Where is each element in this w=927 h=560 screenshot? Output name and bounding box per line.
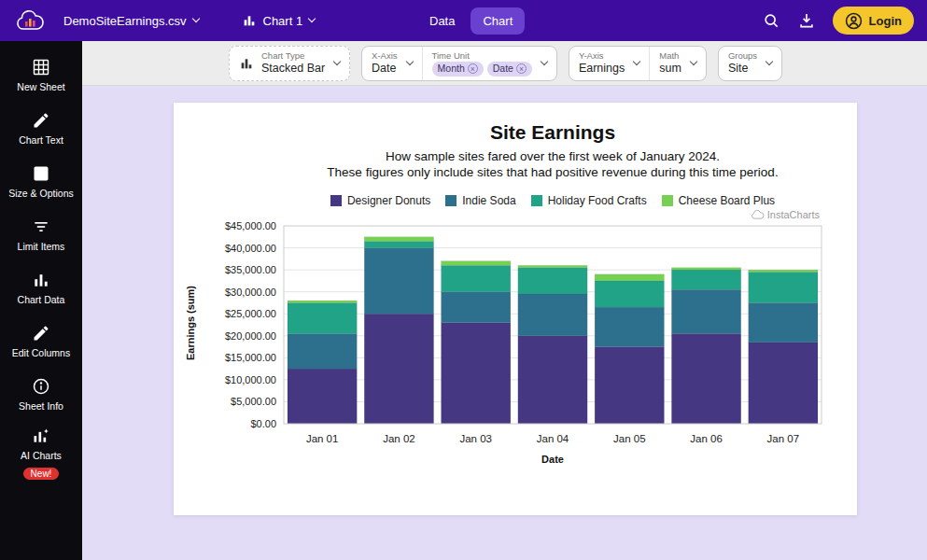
remove-chip-icon[interactable]: × <box>516 63 527 74</box>
legend-swatch <box>662 195 673 206</box>
main-content: Site Earnings How sample sites fared ove… <box>82 86 927 560</box>
sidebar-item-label: Edit Columns <box>12 347 70 358</box>
chip-month[interactable]: Month × <box>432 62 484 76</box>
x-tick-label: Jan 06 <box>690 433 723 444</box>
sidebar-item-label: Chart Text <box>19 134 63 146</box>
x-tick-label: Jan 07 <box>767 433 800 444</box>
chart-plot-area: Earnings (sum) InstaCharts $0.00$5,000.0… <box>174 217 857 452</box>
chart-card: Site Earnings How sample sites fared ove… <box>174 103 857 515</box>
sidebar-item-size-options[interactable]: Size & Options <box>0 155 82 208</box>
groups-control: Groups Site <box>718 46 782 81</box>
instacharts-logo[interactable] <box>15 8 45 34</box>
chevron-down-icon <box>633 57 640 64</box>
x-tick-label: Jan 01 <box>306 433 339 444</box>
grid-icon <box>32 58 50 77</box>
sidebar-item-chart-data[interactable]: Chart Data <box>0 261 82 315</box>
x-axis-control: X-Axis Date Time Unit Month × Date × <box>361 46 557 81</box>
chip-date[interactable]: Date × <box>487 62 532 76</box>
download-button[interactable] <box>797 11 816 30</box>
remove-chip-icon[interactable]: × <box>468 63 478 74</box>
user-icon <box>845 12 863 30</box>
bar-segment <box>442 322 511 423</box>
bar-segment <box>671 289 740 333</box>
chart-data-icon <box>32 271 50 289</box>
bar-chart-icon <box>242 13 257 28</box>
chart-header: Site Earnings How sample sites fared ove… <box>174 121 857 181</box>
bar-chart-icon <box>239 56 254 71</box>
x-axis-value: Date <box>372 62 397 77</box>
chevron-down-icon <box>308 15 316 22</box>
chart-type-dropdown[interactable]: Chart Type Stacked Bar <box>230 47 349 80</box>
chart-title: Site Earnings <box>248 121 857 144</box>
chip-label: Month <box>438 63 465 75</box>
sidebar-item-label: AI Charts <box>21 450 62 461</box>
x-axis-dropdown[interactable]: X-Axis Date <box>362 47 421 80</box>
bar-segment <box>364 241 433 247</box>
x-tick-label: Jan 03 <box>459 433 492 444</box>
subtitle-line-1: How sample sites fared over the first we… <box>248 149 857 165</box>
bar-segment <box>749 343 818 424</box>
download-icon <box>797 11 816 30</box>
bar-segment <box>671 333 740 424</box>
chart-controls-toolbar: Chart Type Stacked Bar X-Axis Date Time … <box>82 41 927 86</box>
search-button[interactable] <box>762 11 780 30</box>
y-axis-dropdown[interactable]: Y-Axis Earnings <box>569 47 649 80</box>
chart-subtitle: How sample sites fared over the first we… <box>248 149 857 181</box>
sidebar-item-chart-text[interactable]: Chart Text <box>0 102 82 155</box>
left-sidebar: New Sheet Chart Text Size & Options Limi… <box>0 41 82 560</box>
bar-segment <box>364 237 433 242</box>
login-label: Login <box>869 14 902 28</box>
sidebar-item-label: Sheet Info <box>19 400 63 412</box>
bar-segment <box>442 260 511 265</box>
sidebar-item-ai-charts[interactable]: AI Charts New! <box>0 421 82 485</box>
legend-item: Indie Soda <box>445 194 515 207</box>
sidebar-item-sheet-info[interactable]: Sheet Info <box>0 368 82 421</box>
cloud-chart-logo-icon <box>15 8 45 34</box>
bar-segment <box>288 369 357 424</box>
chevron-down-icon <box>333 57 341 64</box>
legend-swatch <box>445 195 456 206</box>
y-axis-value: Earnings <box>579 62 625 77</box>
bar-segment <box>518 336 587 424</box>
x-tick-label: Jan 05 <box>613 433 646 444</box>
y-tick-label: $5,000.00 <box>231 396 276 407</box>
groups-dropdown[interactable]: Groups Site <box>719 47 781 80</box>
y-axis-label: Y-Axis <box>579 50 625 62</box>
legend-item: Cheese Board Plus <box>662 194 775 207</box>
sidebar-item-edit-columns[interactable]: Edit Columns <box>0 315 82 368</box>
sidebar-item-label: Limit Items <box>18 241 65 252</box>
legend-label: Holiday Food Crafts <box>548 194 647 207</box>
chart-selector[interactable]: Chart 1 <box>242 13 316 28</box>
legend-item: Designer Donuts <box>330 194 430 207</box>
chevron-down-icon <box>690 57 697 64</box>
math-value: sum <box>659 62 681 77</box>
bar-segment <box>288 301 357 302</box>
chart-legend: Designer Donuts Indie Soda Holiday Food … <box>174 194 857 207</box>
legend-label: Designer Donuts <box>347 194 430 207</box>
file-name: DemoSiteEarnings.csv <box>63 14 187 28</box>
y-tick-label: $40,000.00 <box>225 242 276 253</box>
time-unit-chips: Month × Date × <box>432 62 532 76</box>
sidebar-item-label: New Sheet <box>17 81 64 92</box>
time-unit-dropdown[interactable]: Time Unit Month × Date × <box>422 47 556 80</box>
bar-segment <box>364 314 433 424</box>
stacked-bar-chart: $0.00$5,000.00$10,000.00$15,000.00$20,00… <box>202 217 836 452</box>
chart-type-label: Chart Type <box>261 50 325 62</box>
math-dropdown[interactable]: Math sum <box>649 47 706 80</box>
sidebar-item-limit-items[interactable]: Limit Items <box>0 208 82 261</box>
x-axis-title: Date <box>174 454 857 465</box>
file-selector[interactable]: DemoSiteEarnings.csv <box>63 14 199 28</box>
chevron-down-icon <box>191 15 199 22</box>
bar-segment <box>595 307 664 346</box>
sidebar-item-new-sheet[interactable]: New Sheet <box>0 49 82 102</box>
legend-item: Holiday Food Crafts <box>531 194 647 207</box>
y-tick-label: $30,000.00 <box>225 286 276 297</box>
bar-segment <box>518 294 587 336</box>
groups-value: Site <box>728 62 757 77</box>
chevron-down-icon <box>541 57 548 64</box>
bar-segment <box>595 346 664 423</box>
chevron-down-icon <box>765 57 773 64</box>
tab-data[interactable]: Data <box>417 7 467 35</box>
login-button[interactable]: Login <box>833 7 914 35</box>
tab-chart[interactable]: Chart <box>471 7 525 35</box>
